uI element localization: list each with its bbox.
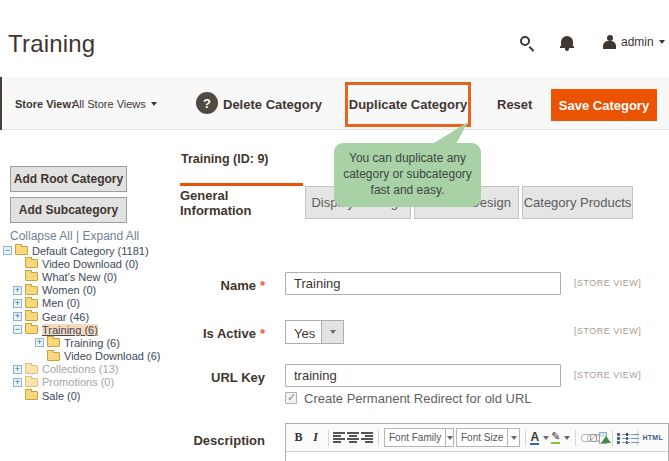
- tree-controls: Collapse All | Expand All: [10, 229, 139, 243]
- url-key-label: URL Key: [160, 370, 265, 385]
- expand-icon[interactable]: +: [13, 312, 22, 321]
- tree-item[interactable]: Video Download (0): [3, 257, 203, 270]
- notifications-bell-icon[interactable]: [560, 36, 574, 51]
- callout-tooltip: You can duplicate any category or subcat…: [334, 143, 481, 207]
- expand-icon[interactable]: +: [13, 299, 22, 308]
- align-left-icon[interactable]: [333, 432, 345, 443]
- store-view-switcher[interactable]: All Store Views: [72, 98, 157, 110]
- folder-icon: [47, 352, 60, 361]
- folder-icon: [25, 272, 38, 281]
- add-root-category-button[interactable]: Add Root Category: [10, 166, 127, 192]
- help-icon[interactable]: ?: [196, 92, 218, 114]
- permanent-redirect-label: Create Permanent Redirect for old URL: [304, 391, 532, 406]
- delete-category-button[interactable]: Delete Category: [223, 97, 322, 112]
- description-editor: B I Font Family Font Size A ✎: [285, 423, 669, 461]
- magento-category-page: Training admin Store View: All Store Vie…: [0, 0, 669, 461]
- expand-icon[interactable]: +: [13, 365, 22, 374]
- tree-item[interactable]: Sale (0): [3, 389, 203, 402]
- italic-icon[interactable]: I: [308, 429, 323, 447]
- numbered-list-icon[interactable]: [626, 432, 632, 443]
- save-category-button[interactable]: Save Category: [551, 89, 657, 121]
- search-icon[interactable]: [520, 36, 536, 52]
- tree-item-label: Training (6): [42, 324, 98, 336]
- folder-icon: [25, 391, 38, 400]
- wysiwyg-toolbar: B I Font Family Font Size A ✎: [286, 424, 668, 452]
- select-arrow-icon: [445, 429, 453, 446]
- admin-account-menu[interactable]: admin: [603, 35, 665, 49]
- font-size-select[interactable]: Font Size: [456, 428, 520, 447]
- is-active-label: Is Active*: [160, 326, 265, 341]
- tree-item-label: Sale (0): [42, 390, 81, 402]
- highlight-color-icon[interactable]: ✎: [551, 431, 560, 444]
- description-label: Description: [160, 433, 265, 448]
- name-input[interactable]: [285, 272, 561, 295]
- tree-item-label: Training (6): [64, 337, 120, 349]
- folder-icon: [25, 286, 38, 295]
- text-color-icon[interactable]: A: [530, 431, 539, 445]
- tree-item-label: Promotions (0): [42, 376, 114, 388]
- admin-username: admin: [621, 35, 654, 49]
- link-separator: |: [73, 229, 83, 243]
- name-label: Name*: [160, 278, 265, 293]
- collapse-icon[interactable]: −: [3, 246, 12, 255]
- bold-icon[interactable]: B: [291, 429, 306, 447]
- chevron-down-icon: [151, 102, 157, 106]
- category-heading: Training (ID: 9): [181, 152, 269, 166]
- chevron-down-icon: [659, 40, 665, 44]
- nav-edge-sliver: [0, 77, 2, 130]
- align-right-icon[interactable]: [361, 432, 373, 443]
- tree-item-label: Men (0): [42, 297, 80, 309]
- tree-item-label: Women (0): [42, 284, 96, 296]
- required-marker: *: [260, 278, 265, 293]
- description-textarea[interactable]: [286, 452, 668, 461]
- url-key-input[interactable]: [285, 364, 561, 387]
- tree-item-label: Default Category (1181): [32, 245, 149, 257]
- store-view-label: Store View:: [15, 98, 75, 110]
- folder-icon: [25, 259, 38, 268]
- url-key-scope-label: [STORE VIEW]: [574, 370, 641, 380]
- name-scope-label: [STORE VIEW]: [574, 278, 641, 288]
- is-active-select[interactable]: Yes: [285, 320, 344, 344]
- insert-link-icon[interactable]: [581, 433, 588, 442]
- collapse-icon[interactable]: −: [13, 325, 22, 334]
- select-arrow-icon: [507, 429, 519, 446]
- folder-icon: [25, 312, 38, 321]
- font-family-select[interactable]: Font Family: [384, 428, 454, 447]
- tree-item[interactable]: +Gear (46): [3, 310, 203, 323]
- bullet-list-icon[interactable]: [617, 432, 623, 443]
- required-marker: *: [260, 326, 265, 341]
- tree-item-label: What's New (0): [42, 271, 117, 283]
- tree-item-label: Collections (13): [42, 363, 118, 375]
- insert-image-icon[interactable]: [599, 432, 607, 444]
- html-source-icon[interactable]: HTML: [642, 434, 663, 441]
- collapse-all-link[interactable]: Collapse All: [10, 229, 73, 243]
- folder-icon: [25, 378, 38, 387]
- folder-icon: [15, 246, 28, 255]
- duplicate-category-button[interactable]: Duplicate Category: [349, 97, 467, 112]
- page-title: Training: [8, 30, 95, 58]
- remove-link-icon[interactable]: [590, 433, 597, 442]
- add-subcategory-button[interactable]: Add Subcategory: [10, 197, 127, 223]
- folder-icon: [25, 299, 38, 308]
- tree-item-label: Gear (46): [42, 311, 89, 323]
- folder-icon: [25, 325, 38, 334]
- expand-all-link[interactable]: Expand All: [83, 229, 140, 243]
- expand-icon[interactable]: +: [13, 286, 22, 295]
- is-active-scope-label: [STORE VIEW]: [574, 326, 641, 336]
- align-center-icon[interactable]: [347, 432, 359, 443]
- tree-item[interactable]: Video Download (6): [3, 350, 203, 363]
- text-color-dropdown-icon[interactable]: [543, 436, 549, 440]
- tab-category-products[interactable]: Category Products: [522, 186, 633, 219]
- tab-general-information[interactable]: General Information: [180, 183, 303, 219]
- tree-item[interactable]: +Men (0): [3, 297, 203, 310]
- expand-icon[interactable]: +: [35, 338, 44, 347]
- reset-button[interactable]: Reset: [497, 97, 532, 112]
- select-arrow-icon[interactable]: [321, 321, 343, 343]
- highlight-color-dropdown-icon[interactable]: [564, 436, 570, 440]
- permanent-redirect-checkbox[interactable]: [285, 392, 297, 404]
- tree-item[interactable]: −Default Category (1181): [3, 244, 203, 257]
- tree-item-label: Video Download (6): [64, 350, 160, 362]
- folder-icon: [47, 338, 60, 347]
- tree-item-label: Video Download (0): [42, 258, 138, 270]
- expand-icon[interactable]: +: [13, 378, 22, 387]
